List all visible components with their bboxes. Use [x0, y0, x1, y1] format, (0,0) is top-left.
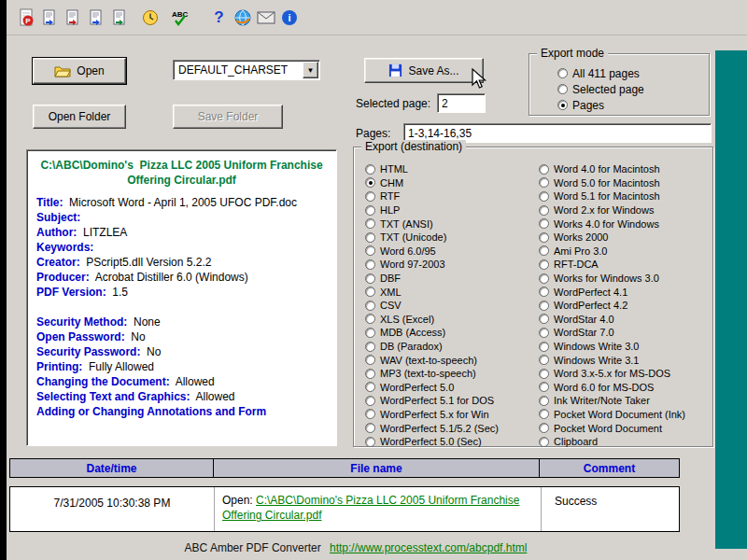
open-button[interactable]: Open: [33, 58, 126, 84]
radio-option-ami-pro-3-0[interactable]: Ami Pro 3.0: [539, 245, 709, 259]
radio-button-icon[interactable]: [539, 191, 549, 202]
radio-button-icon[interactable]: [539, 232, 549, 243]
radio-option-wordperfect-5-x-for-win[interactable]: WordPerfect 5.x for Win: [365, 408, 538, 422]
radio-option-wordperfect-4-2[interactable]: WordPerfect 4.2: [539, 299, 709, 313]
radio-button-icon[interactable]: [365, 409, 375, 419]
radio-button-icon[interactable]: [539, 437, 549, 447]
spellcheck-abc-icon[interactable]: ABC: [169, 6, 192, 29]
radio-option-all-411-pages[interactable]: All 411 pages: [557, 65, 644, 81]
radio-option-db-paradox[interactable]: DB (Paradox): [365, 340, 538, 354]
radio-option-rtf[interactable]: RTF: [365, 189, 538, 203]
radio-option-word-6-0-for-ms-dos[interactable]: Word 6.0 for MS-DOS: [539, 381, 709, 395]
radio-option-mdb-access[interactable]: MDB (Access): [365, 326, 538, 340]
radio-option-ink-writer-note-taker[interactable]: Ink Writer/Note Taker: [539, 394, 709, 408]
radio-option-mp3-text-to-speech[interactable]: MP3 (text-to-speech): [365, 367, 538, 381]
radio-button-icon[interactable]: [539, 382, 549, 392]
radio-option-csv[interactable]: CSV: [365, 299, 538, 313]
radio-button-icon[interactable]: [539, 164, 549, 175]
radio-option-pages[interactable]: Pages: [557, 97, 644, 113]
radio-option-pocket-word-document[interactable]: Pocket Word Document: [539, 421, 709, 435]
radio-option-wordperfect-5-1-for-dos[interactable]: WordPerfect 5.1 for DOS: [365, 394, 538, 408]
radio-option-pocket-word-document-ink[interactable]: Pocket Word Document (Ink): [539, 408, 709, 422]
export-doc-icon-2[interactable]: [61, 6, 84, 29]
radio-option-txt-ansi[interactable]: TXT (ANSI): [365, 217, 538, 231]
radio-button-icon[interactable]: [539, 205, 549, 216]
radio-button-icon[interactable]: [539, 355, 549, 365]
radio-button-icon[interactable]: [365, 437, 375, 447]
radio-button-icon[interactable]: [365, 369, 375, 379]
radio-option-wordperfect-4-1[interactable]: WordPerfect 4.1: [539, 285, 709, 299]
radio-option-wordperfect-5-1-5-2-sec[interactable]: WordPerfect 5.1/5.2 (Sec): [365, 421, 538, 435]
help-icon[interactable]: ?: [207, 6, 231, 29]
radio-option-xml[interactable]: XML: [365, 285, 538, 299]
column-header-datetime[interactable]: Date/time: [9, 458, 214, 478]
radio-button-icon[interactable]: [365, 245, 375, 256]
radio-option-works-for-windows-3-0[interactable]: Works for Windows 3.0: [539, 272, 709, 286]
radio-option-word-2-x-for-windows[interactable]: Word 2.x for Windows: [539, 203, 709, 217]
radio-option-html[interactable]: HTML: [365, 162, 538, 176]
radio-option-dbf[interactable]: DBF: [365, 272, 538, 286]
radio-button-icon[interactable]: [365, 164, 375, 175]
radio-option-wordstar-4-0[interactable]: WordStar 4.0: [539, 313, 709, 327]
radio-option-wordperfect-5-0-sec[interactable]: WordPerfect 5.0 (Sec): [365, 435, 538, 449]
footer-website-link[interactable]: http://www.processtext.com/abcpdf.html: [330, 541, 527, 554]
radio-button-icon[interactable]: [539, 273, 549, 284]
mail-icon[interactable]: [254, 6, 277, 29]
radio-button-icon[interactable]: [539, 301, 549, 311]
column-header-filename[interactable]: File name: [213, 458, 540, 478]
column-header-comment[interactable]: Comment: [539, 458, 680, 478]
radio-button-icon[interactable]: [365, 259, 375, 270]
radio-button-icon[interactable]: [365, 273, 375, 284]
radio-button-icon[interactable]: [365, 287, 375, 297]
radio-button-icon[interactable]: [365, 314, 375, 324]
selected-page-input[interactable]: [437, 93, 486, 113]
radio-button-icon[interactable]: [365, 396, 375, 406]
radio-option-windows-write-3-0[interactable]: Windows Write 3.0: [539, 340, 709, 354]
radio-button-icon[interactable]: [539, 314, 549, 324]
radio-button-icon[interactable]: [539, 409, 549, 419]
export-doc-icon-3[interactable]: [84, 6, 107, 29]
radio-button-icon[interactable]: [365, 177, 375, 188]
radio-option-clipboard[interactable]: Clipboard: [539, 435, 709, 449]
radio-option-txt-unicode[interactable]: TXT (Unicode): [365, 231, 538, 245]
history-file-link[interactable]: C:\ABC\Domino's Pizza LLC 2005 Uniform F…: [222, 494, 519, 522]
radio-button-icon[interactable]: [365, 328, 375, 338]
radio-option-hlp[interactable]: HLP: [365, 203, 538, 217]
radio-option-word-6-0-95[interactable]: Word 6.0/95: [365, 245, 538, 259]
history-clock-icon[interactable]: [138, 6, 162, 29]
export-doc-icon-4[interactable]: [107, 6, 131, 29]
radio-button-icon[interactable]: [365, 232, 375, 243]
radio-button-icon[interactable]: [365, 423, 375, 433]
radio-button-icon[interactable]: [365, 218, 375, 229]
radio-button-icon[interactable]: [539, 245, 549, 256]
radio-option-rft-dca[interactable]: RFT-DCA: [539, 258, 709, 272]
radio-button-icon[interactable]: [539, 259, 549, 270]
charset-dropdown[interactable]: DEFAULT_CHARSET ▼: [173, 60, 320, 80]
chevron-down-icon[interactable]: ▼: [303, 62, 318, 78]
radio-button-icon[interactable]: [557, 68, 568, 78]
radio-option-windows-write-3-1[interactable]: Windows Write 3.1: [539, 353, 709, 367]
radio-option-word-97-2003[interactable]: Word 97-2003: [365, 258, 538, 272]
radio-option-word-3-x-5-x-for-ms-dos[interactable]: Word 3.x-5.x for MS-DOS: [539, 367, 709, 381]
export-doc-icon-1[interactable]: [37, 6, 61, 29]
radio-button-icon[interactable]: [539, 342, 549, 352]
radio-button-icon[interactable]: [539, 396, 549, 406]
radio-button-icon[interactable]: [365, 355, 375, 365]
radio-option-xls-excel[interactable]: XLS (Excel): [365, 313, 538, 327]
radio-option-works-4-0-for-windows[interactable]: Works 4.0 for Windows: [539, 217, 709, 231]
radio-option-selected-page[interactable]: Selected page: [557, 81, 644, 97]
radio-button-icon[interactable]: [365, 342, 375, 352]
radio-button-icon[interactable]: [539, 287, 549, 297]
radio-option-wordstar-7-0[interactable]: WordStar 7.0: [539, 326, 709, 340]
radio-button-icon[interactable]: [365, 191, 375, 202]
history-row[interactable]: 7/31/2005 10:30:38 PM Open: C:\ABC\Domin…: [9, 486, 680, 532]
radio-option-word-5-0-for-macintosh[interactable]: Word 5.0 for Macintosh: [539, 176, 709, 190]
radio-button-icon[interactable]: [539, 328, 549, 338]
radio-button-icon[interactable]: [539, 218, 549, 229]
save-as-button[interactable]: Save As...: [364, 58, 484, 83]
radio-button-icon[interactable]: [365, 205, 375, 216]
radio-option-word-5-1-for-macintosh[interactable]: Word 5.1 for Macintosh: [539, 189, 709, 203]
radio-button-icon[interactable]: [557, 84, 568, 94]
radio-button-icon[interactable]: [539, 369, 549, 379]
radio-option-works-2000[interactable]: Works 2000: [539, 231, 709, 245]
